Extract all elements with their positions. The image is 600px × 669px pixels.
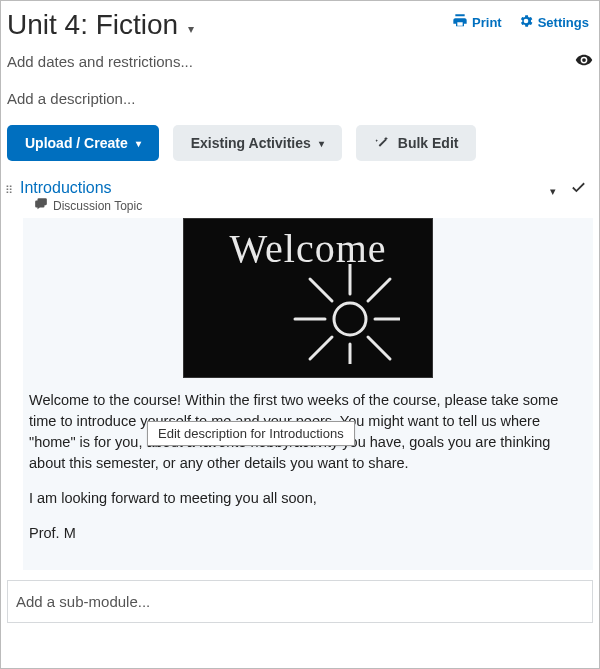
- topic-type: Discussion Topic: [20, 197, 536, 214]
- topic-signoff: Prof. M: [29, 523, 579, 544]
- gear-icon: [518, 13, 534, 32]
- topic-title-link[interactable]: Introductions: [20, 179, 536, 197]
- svg-line-6: [368, 279, 390, 301]
- header-actions: Print Settings: [452, 9, 589, 32]
- page-title[interactable]: Unit 4: Fiction: [7, 9, 178, 41]
- chalkboard: Welcome: [183, 218, 433, 378]
- existing-activities-button[interactable]: Existing Activities ▾: [173, 125, 342, 161]
- svg-line-8: [368, 337, 390, 359]
- title-wrap: Unit 4: Fiction ▾: [7, 9, 452, 41]
- page-header: Unit 4: Fiction ▾ Print Settings: [1, 1, 599, 41]
- toolbar: Upload / Create ▾ Existing Activities ▾ …: [1, 125, 599, 175]
- topic-paragraph-2: I am looking forward to meeting you all …: [29, 488, 579, 509]
- discussion-icon: [34, 197, 48, 214]
- bulk-label: Bulk Edit: [398, 135, 459, 151]
- sun-icon: [280, 264, 400, 367]
- dates-placeholder[interactable]: Add dates and restrictions...: [7, 53, 575, 70]
- print-icon: [452, 13, 468, 32]
- topic-description-card[interactable]: Welcome Welcome to the course! Within th…: [23, 218, 593, 570]
- print-label: Print: [472, 15, 502, 30]
- welcome-image: Welcome: [23, 218, 593, 378]
- description-placeholder[interactable]: Add a description...: [1, 72, 599, 125]
- print-button[interactable]: Print: [452, 13, 502, 32]
- settings-label: Settings: [538, 15, 589, 30]
- bulk-edit-button[interactable]: Bulk Edit: [356, 125, 477, 161]
- existing-label: Existing Activities: [191, 135, 311, 151]
- upload-label: Upload / Create: [25, 135, 128, 151]
- topic-type-label: Discussion Topic: [53, 199, 142, 213]
- svg-point-0: [334, 303, 366, 335]
- wand-icon: [374, 134, 390, 153]
- topic-main: Introductions Discussion Topic: [20, 179, 536, 214]
- svg-line-7: [310, 337, 332, 359]
- edit-description-tooltip: Edit description for Introductions: [147, 421, 355, 446]
- drag-handle-icon[interactable]: ⠿: [5, 179, 14, 195]
- topic-row: ⠿ Introductions Discussion Topic ▾: [1, 175, 599, 218]
- topic-chevron-down-icon[interactable]: ▾: [542, 179, 564, 204]
- settings-button[interactable]: Settings: [518, 13, 589, 32]
- dates-row: Add dates and restrictions...: [1, 41, 599, 72]
- title-chevron-down-icon[interactable]: ▾: [188, 22, 194, 36]
- chevron-down-icon: ▾: [319, 138, 324, 149]
- svg-line-5: [310, 279, 332, 301]
- add-submodule-input[interactable]: Add a sub-module...: [7, 580, 593, 623]
- upload-create-button[interactable]: Upload / Create ▾: [7, 125, 159, 161]
- completion-check-icon[interactable]: [570, 179, 587, 199]
- chevron-down-icon: ▾: [136, 138, 141, 149]
- visibility-icon[interactable]: [575, 51, 593, 72]
- topic-body: Welcome to the course! Within the first …: [23, 378, 593, 544]
